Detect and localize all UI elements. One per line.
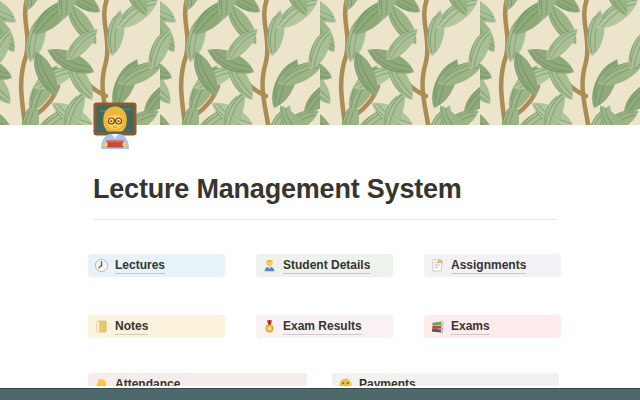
card-label: Exam Results xyxy=(283,319,362,335)
medal-icon xyxy=(262,319,277,334)
card-row-1: Lectures Student Details Assignments xyxy=(88,254,561,277)
card-label: Student Details xyxy=(283,258,370,274)
books-icon xyxy=(430,319,445,334)
divider xyxy=(93,219,557,220)
card-exams[interactable]: Exams xyxy=(424,315,561,338)
card-notes[interactable]: Notes xyxy=(88,315,225,338)
student-icon xyxy=(262,258,277,273)
page-icon[interactable] xyxy=(91,101,139,149)
woman-teacher-icon xyxy=(91,101,139,149)
clock-icon xyxy=(94,258,109,273)
page-title: Lecture Management System xyxy=(93,174,557,204)
card-lectures[interactable]: Lectures xyxy=(88,254,225,277)
card-label: Exams xyxy=(451,319,490,335)
card-row-2: Notes Exam Results Exams xyxy=(88,315,561,338)
memo-icon xyxy=(430,258,445,273)
card-label: Assignments xyxy=(451,258,526,274)
bottom-edge-bar xyxy=(0,386,640,400)
card-exam-results[interactable]: Exam Results xyxy=(256,315,393,338)
card-label: Lectures xyxy=(115,258,165,274)
card-assignments[interactable]: Assignments xyxy=(424,254,561,277)
ledger-icon xyxy=(94,319,109,334)
card-student-details[interactable]: Student Details xyxy=(256,254,393,277)
card-label: Notes xyxy=(115,319,148,335)
